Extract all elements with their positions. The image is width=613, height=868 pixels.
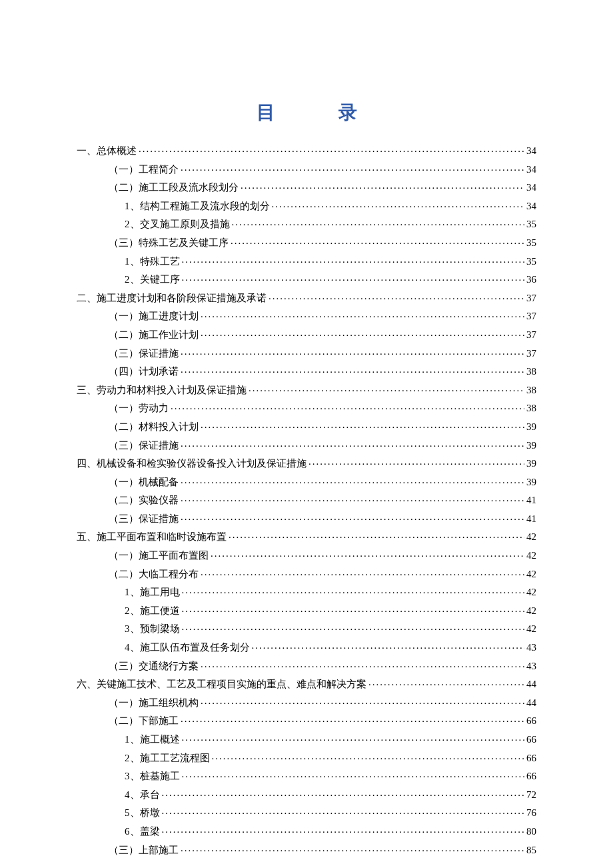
- toc-entry: （一）机械配备39: [77, 475, 536, 487]
- toc-entry: 4、承台72: [77, 788, 536, 800]
- toc-entry-label: 三、劳动力和材料投入计划及保证措施: [77, 385, 247, 395]
- toc-leader-dots: [181, 512, 524, 522]
- toc-entry-label: 3、桩基施工: [125, 771, 180, 781]
- title-char-2: 录: [338, 102, 357, 123]
- toc-entry-page: 44: [526, 698, 536, 708]
- toc-entry-page: 34: [526, 183, 536, 193]
- toc-entry: 五、施工平面布置和临时设施布置42: [77, 530, 536, 542]
- toc-entry-label: （一）机械配备: [109, 477, 179, 487]
- toc-leader-dots: [211, 549, 524, 559]
- toc-entry: 4、施工队伍布置及任务划分43: [77, 641, 536, 653]
- toc-entry-page: 44: [526, 679, 536, 689]
- toc-entry-page: 76: [526, 808, 536, 818]
- toc-entry-page: 42: [526, 624, 536, 634]
- toc-entry: （一）施工组织机构44: [77, 696, 536, 708]
- toc-entry-page: 42: [526, 587, 536, 597]
- toc-entry-label: （三）交通绕行方案: [109, 661, 199, 671]
- toc-entry-label: 二、施工进度计划和各阶段保证措施及承诺: [77, 293, 267, 303]
- toc-entry-label: 3、预制梁场: [125, 624, 180, 634]
- toc-entry: 2、施工工艺流程图66: [77, 751, 536, 763]
- toc-entry-page: 41: [526, 514, 536, 524]
- toc-entry: 三、劳动力和材料投入计划及保证措施38: [77, 383, 536, 395]
- toc-leader-dots: [269, 291, 524, 301]
- toc-entry: （一）施工平面布置图42: [77, 549, 536, 561]
- toc-entry-page: 35: [526, 219, 536, 229]
- toc-leader-dots: [182, 733, 525, 743]
- table-of-contents: 一、总体概述34（一）工程简介34（二）施工工段及流水段划分341、结构工程施工…: [77, 144, 536, 855]
- toc-leader-dots: [181, 475, 524, 485]
- toc-leader-dots: [139, 144, 524, 154]
- toc-entry-label: （三）特殊工艺及关键工序: [109, 238, 229, 248]
- toc-entry-page: 43: [526, 643, 536, 653]
- toc-entry: （三）上部施工85: [77, 843, 536, 855]
- toc-leader-dots: [249, 383, 524, 393]
- toc-entry: 2、关键工序36: [77, 273, 536, 285]
- toc-title: 目录: [77, 100, 536, 125]
- toc-entry-page: 42: [526, 551, 536, 561]
- toc-entry-label: 2、关键工序: [125, 275, 180, 285]
- toc-entry: （二）施工作业计划37: [77, 328, 536, 340]
- toc-leader-dots: [182, 273, 525, 283]
- toc-entry-label: （一）施工平面布置图: [109, 551, 209, 561]
- toc-entry: （二）下部施工66: [77, 714, 536, 726]
- toc-entry-page: 34: [526, 146, 536, 156]
- toc-entry-label: （二）下部施工: [109, 716, 179, 726]
- toc-entry-page: 35: [526, 257, 536, 267]
- toc-entry-label: 1、施工用电: [125, 587, 180, 597]
- toc-entry-label: 4、承台: [125, 790, 160, 800]
- toc-leader-dots: [171, 401, 524, 411]
- toc-entry: （三）交通绕行方案43: [77, 659, 536, 671]
- toc-entry: 3、预制梁场42: [77, 622, 536, 634]
- toc-entry: 一、总体概述34: [77, 144, 536, 156]
- toc-entry-label: （四）计划承诺: [109, 367, 179, 377]
- toc-leader-dots: [201, 567, 524, 577]
- toc-entry-label: （一）劳动力: [109, 403, 169, 413]
- toc-leader-dots: [308, 457, 524, 467]
- toc-entry-page: 66: [526, 735, 536, 745]
- toc-entry-label: （二）施工工段及流水段划分: [109, 183, 239, 193]
- toc-entry-page: 80: [526, 827, 536, 837]
- toc-leader-dots: [201, 420, 524, 430]
- toc-leader-dots: [181, 714, 524, 724]
- toc-entry-label: 4、施工队伍布置及任务划分: [125, 643, 250, 653]
- toc-leader-dots: [182, 604, 525, 614]
- toc-leader-dots: [181, 843, 524, 853]
- toc-entry: （二）实验仪器41: [77, 493, 536, 505]
- toc-entry: （三）保证措施39: [77, 439, 536, 451]
- toc-entry-label: 六、关键施工技术、工艺及工程项目实施的重点、难点和解决方案: [77, 679, 366, 689]
- toc-entry: 1、特殊工艺35: [77, 255, 536, 267]
- toc-entry-label: 1、施工概述: [125, 735, 180, 745]
- toc-entry-page: 85: [526, 845, 536, 855]
- toc-entry-page: 66: [526, 716, 536, 726]
- toc-leader-dots: [182, 622, 525, 632]
- toc-leader-dots: [272, 199, 525, 209]
- toc-entry-page: 36: [526, 275, 536, 285]
- toc-leader-dots: [181, 163, 524, 173]
- toc-leader-dots: [229, 530, 524, 540]
- toc-entry: （三）保证措施37: [77, 347, 536, 359]
- toc-entry-label: （三）保证措施: [109, 349, 179, 359]
- toc-leader-dots: [162, 825, 525, 835]
- toc-entry-page: 38: [526, 385, 536, 395]
- toc-entry-label: 5、桥墩: [125, 808, 160, 818]
- toc-entry: （二）材料投入计划39: [77, 420, 536, 432]
- toc-entry: （三）特殊工艺及关键工序35: [77, 236, 536, 248]
- toc-leader-dots: [162, 806, 525, 816]
- toc-entry-page: 43: [526, 661, 536, 671]
- toc-entry-page: 34: [526, 201, 536, 211]
- toc-entry: （一）劳动力38: [77, 401, 536, 413]
- toc-entry-page: 42: [526, 606, 536, 616]
- toc-leader-dots: [162, 788, 525, 798]
- toc-leader-dots: [252, 641, 525, 651]
- toc-entry-page: 39: [526, 422, 536, 432]
- toc-entry-label: （二）材料投入计划: [109, 422, 199, 432]
- toc-entry-label: （二）施工作业计划: [109, 330, 199, 340]
- toc-entry: 1、施工用电42: [77, 585, 536, 597]
- toc-entry-page: 38: [526, 403, 536, 413]
- toc-entry-label: 四、机械设备和检实验仪器设备投入计划及保证措施: [77, 459, 306, 469]
- toc-entry: 二、施工进度计划和各阶段保证措施及承诺37: [77, 291, 536, 303]
- toc-leader-dots: [201, 696, 524, 706]
- toc-entry-label: 2、施工工艺流程图: [125, 753, 210, 763]
- toc-entry: 6、盖梁80: [77, 825, 536, 837]
- toc-entry-page: 37: [526, 330, 536, 340]
